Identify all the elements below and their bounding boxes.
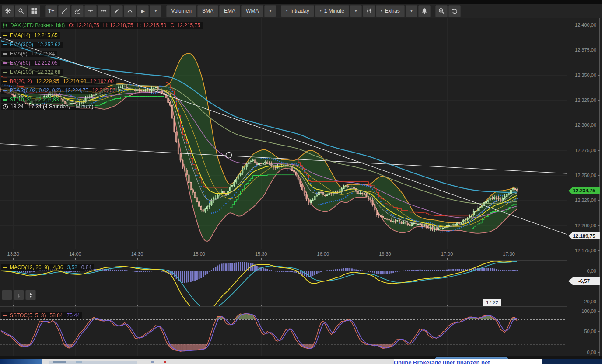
toolbar-chevron-down-icon[interactable]: ▼ xyxy=(150,5,161,17)
time-tick xyxy=(75,258,76,260)
time-axis-label: 14:30 xyxy=(129,251,146,257)
chevron-down-icon: ▼ xyxy=(354,9,357,13)
time-tick xyxy=(75,305,76,306)
pane-resize-button[interactable]: ▲▼ xyxy=(25,290,36,300)
trendline-tool-icon xyxy=(61,8,67,14)
toolbar-settings-icon[interactable] xyxy=(2,5,14,17)
bottom-banner-text: Online Brokerage über finanzen.net xyxy=(394,359,490,364)
toolbar-undo-icon[interactable] xyxy=(448,5,461,17)
toolbar-search-icon[interactable] xyxy=(15,5,27,17)
legend-token: 12.210,98 xyxy=(63,79,86,84)
last-price-badge: 12.234,75 xyxy=(568,187,600,194)
toolbar-button-intraday[interactable]: ▾Intraday xyxy=(281,5,314,17)
legend-row-ema[interactable]: EMA(9)12.217,84 xyxy=(1,49,203,57)
toolbar-text-tool-icon[interactable]: T+ xyxy=(45,5,57,17)
price-axis-label: 12.400,00 xyxy=(575,22,596,28)
toolbar-button-extras[interactable]: ▾Extras xyxy=(376,5,405,17)
toolbar-arc-tool-icon[interactable] xyxy=(124,5,136,17)
toolbar-grid-layout-icon[interactable] xyxy=(28,5,40,17)
toolbar-polyline-tool-icon[interactable] xyxy=(98,5,110,17)
toolbar-zoom-in-icon[interactable] xyxy=(435,5,448,17)
legend-row-psar[interactable]: PSAR(0.02, 0.02, 0.2)12.224,7512.215,50 xyxy=(1,85,203,94)
toolbar-play-icon[interactable]: ▶ xyxy=(137,5,149,17)
toolbar-button-ema[interactable]: EMA xyxy=(219,5,240,17)
legend-token: 58,84 xyxy=(49,313,63,319)
time-tick xyxy=(509,258,509,260)
chart-root: DAX (JFD Brokers, bid)O: 12.218,75H: 12.… xyxy=(0,18,602,364)
time-tick xyxy=(261,258,262,260)
macd-value-badge: -6,57 xyxy=(568,277,600,285)
pane-controls: ↑ ↓ ▲▼ xyxy=(2,290,37,300)
bottom-banner: Online Brokerage über finanzen.net xyxy=(394,359,542,364)
legend-row-ema[interactable]: EMA(50)12.212,05 xyxy=(1,58,203,66)
toolbar-chevron-down-icon[interactable]: ▼ xyxy=(264,5,276,17)
chevron-down-icon: ▾ xyxy=(320,9,322,13)
pane-up-button[interactable]: ↑ xyxy=(2,290,12,300)
time-axis-label: 17:30 xyxy=(500,251,518,257)
macd-legend: MACD(12, 26, 9)4,363,520,84 xyxy=(1,262,94,271)
zoom-in-icon xyxy=(438,8,444,14)
price-axis-label: 12.175,00 xyxy=(575,248,596,253)
toolbar-chevron-down-icon[interactable]: ▼ xyxy=(350,5,362,17)
window-fragment xyxy=(53,361,66,363)
chevron-down-icon: ▼ xyxy=(154,9,158,13)
price-axis-label: 12.300,00 xyxy=(575,122,596,128)
candlestick-style-icon xyxy=(366,8,372,14)
toolbar-bell-icon[interactable] xyxy=(418,5,430,17)
toolbar-button-wma[interactable]: WMA xyxy=(241,5,263,17)
legend-token: EMA(100) xyxy=(10,69,33,75)
chart-pattern-icon xyxy=(74,8,80,14)
toolbar-button-1-minute[interactable]: ▾1 Minute xyxy=(315,5,349,17)
legend-row-st[interactable]: ST(10, 3)12.205,83 xyxy=(1,94,203,103)
legend-token: C: 12.215,75 xyxy=(170,23,200,28)
panel-divider[interactable] xyxy=(0,260,567,261)
axis-tick xyxy=(598,250,600,251)
price-axis-label: 12.225,00 xyxy=(575,198,596,203)
time-tick xyxy=(323,258,323,260)
legend-row-dax[interactable]: DAX (JFD Brokers, bid)O: 12.218,75H: 12.… xyxy=(1,22,203,30)
time-axis-label: 15:30 xyxy=(252,251,270,257)
axis-tick xyxy=(598,125,600,125)
sstoc-axis-label: 0,00 xyxy=(587,350,596,355)
sstoc-canvas[interactable] xyxy=(0,307,567,356)
time-tick xyxy=(199,305,200,306)
time-tick xyxy=(447,305,448,306)
app-toolbar: T+▶▼VolumenSMAEMAWMA▼▾Intraday▾1 Minute▼… xyxy=(0,4,602,18)
text-tool-icon: T+ xyxy=(48,8,54,14)
toolbar-trendline-tool-icon[interactable] xyxy=(58,5,70,17)
polyline-tool-icon xyxy=(101,8,107,14)
sstoc-legend: SSTOC(5, 5, 3)58,8475,44 xyxy=(1,310,82,319)
toolbar-horizontal-line-tool-icon[interactable] xyxy=(84,5,97,17)
axis-tick xyxy=(598,50,600,50)
pane-down-button[interactable]: ↓ xyxy=(14,290,24,300)
toolbar-pencil-tool-icon[interactable] xyxy=(111,5,123,17)
time-tick xyxy=(261,305,262,306)
toolbar-chart-pattern-icon[interactable] xyxy=(71,5,84,17)
legend-token: ST(10, 3) xyxy=(10,97,32,103)
legend-row-macd[interactable]: MACD(12, 26, 9)4,363,520,84 xyxy=(1,262,94,271)
window-fragment xyxy=(164,361,166,363)
undo-icon xyxy=(452,8,458,14)
time-tick xyxy=(385,258,385,260)
panel-divider[interactable] xyxy=(0,306,567,307)
toolbar-button-volumen[interactable]: Volumen xyxy=(166,5,196,17)
sstoc-axis-label: 50,00 xyxy=(584,329,596,334)
time-tooltip: 17:22 xyxy=(483,299,501,306)
time-axis-label: 15:00 xyxy=(190,251,208,257)
legend-row-bb[interactable]: BB(20, 2)12.229,9512.210,9812.192,00 xyxy=(1,76,203,85)
toolbar-chevron-down-icon[interactable]: ▼ xyxy=(406,5,417,17)
axis-tick xyxy=(598,302,600,302)
toolbar-candlestick-style-icon[interactable] xyxy=(363,5,375,17)
time-axis-label: 16:30 xyxy=(376,251,394,257)
axis-tick xyxy=(598,331,600,332)
series-dash-icon xyxy=(3,62,7,64)
axis-tick xyxy=(598,175,600,176)
legend-row-ema[interactable]: EMA(200)12.252,62 xyxy=(1,39,203,48)
legend-row-sstoc[interactable]: SSTOC(5, 5, 3)58,8475,44 xyxy=(1,310,82,319)
series-dash-icon xyxy=(3,81,7,82)
legend-row-ema[interactable]: EMA(100)12.222,68 xyxy=(1,67,203,76)
price-axis-label: 12.350,00 xyxy=(575,73,596,78)
horizontal-line-tool-icon xyxy=(88,8,94,14)
toolbar-button-sma[interactable]: SMA xyxy=(197,5,218,17)
legend-row-ema[interactable]: EMA(14)12.215,65 xyxy=(1,30,203,39)
